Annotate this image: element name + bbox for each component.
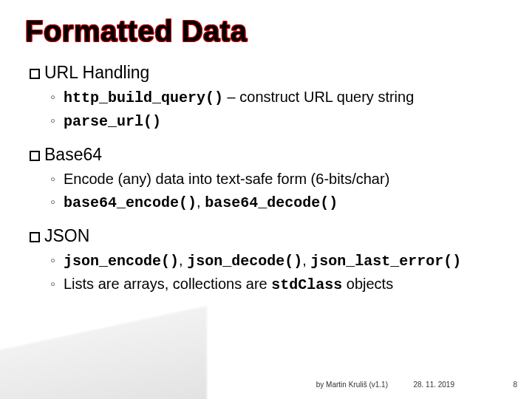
list-item: Lists are arrays, collections are stdCla… — [50, 273, 507, 296]
section-label: Base64 — [44, 145, 102, 164]
code-token: stdClass — [271, 276, 342, 293]
code-token: json_last_error() — [310, 253, 461, 270]
text: , — [302, 252, 310, 268]
section-url-list: http_build_query() – construct URL query… — [25, 86, 507, 133]
text: Lists are arrays, collections are — [64, 276, 271, 292]
footer-page-number: 8 — [513, 381, 517, 389]
code-token: parse_url() — [64, 113, 161, 130]
text: Encode (any) data into text-safe form (6… — [64, 171, 389, 187]
decorative-wedge — [0, 306, 207, 399]
text: , — [179, 252, 187, 268]
text: – construct URL query string — [223, 89, 414, 105]
bullet-box-icon — [30, 69, 40, 79]
code-token: base64_encode() — [64, 194, 197, 211]
slide: Formatted Data URL Handling http_build_q… — [0, 0, 532, 399]
bullet-box-icon — [30, 232, 40, 242]
code-token: json_decode() — [187, 253, 302, 270]
list-item: parse_url() — [50, 109, 507, 133]
code-token: json_encode() — [64, 253, 179, 270]
list-item: Encode (any) data into text-safe form (6… — [50, 168, 507, 191]
code-token: http_build_query() — [64, 89, 223, 106]
section-base64-heading: Base64 — [30, 143, 507, 166]
section-label: JSON — [44, 226, 89, 245]
list-item: http_build_query() – construct URL query… — [50, 86, 507, 109]
list-item: json_encode(), json_decode(), json_last_… — [50, 249, 507, 273]
section-json-list: json_encode(), json_decode(), json_last_… — [25, 249, 507, 296]
section-base64-list: Encode (any) data into text-safe form (6… — [25, 168, 507, 214]
footer-date: 28. 11. 2019 — [413, 381, 454, 389]
bullet-box-icon — [30, 151, 40, 161]
list-item: base64_encode(), base64_decode() — [50, 191, 507, 214]
section-url-heading: URL Handling — [30, 61, 507, 84]
text: objects — [342, 276, 393, 292]
section-json-heading: JSON — [30, 225, 507, 248]
text: , — [197, 194, 205, 210]
footer-credit: by Martin Kruliš (v1.1) — [316, 381, 388, 389]
slide-title: Formatted Data — [25, 15, 507, 48]
code-token: base64_decode() — [205, 194, 338, 211]
section-label: URL Handling — [44, 63, 149, 82]
